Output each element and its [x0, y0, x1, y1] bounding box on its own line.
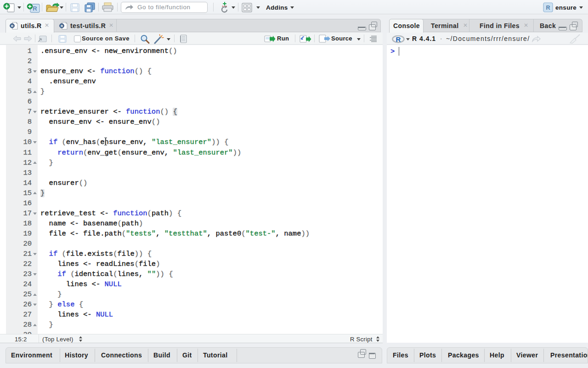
svg-text:R: R: [546, 5, 550, 11]
svg-text:R: R: [33, 5, 37, 12]
svg-text:R: R: [11, 24, 13, 28]
svg-text:R: R: [61, 24, 63, 28]
svg-text:R: R: [396, 35, 401, 43]
